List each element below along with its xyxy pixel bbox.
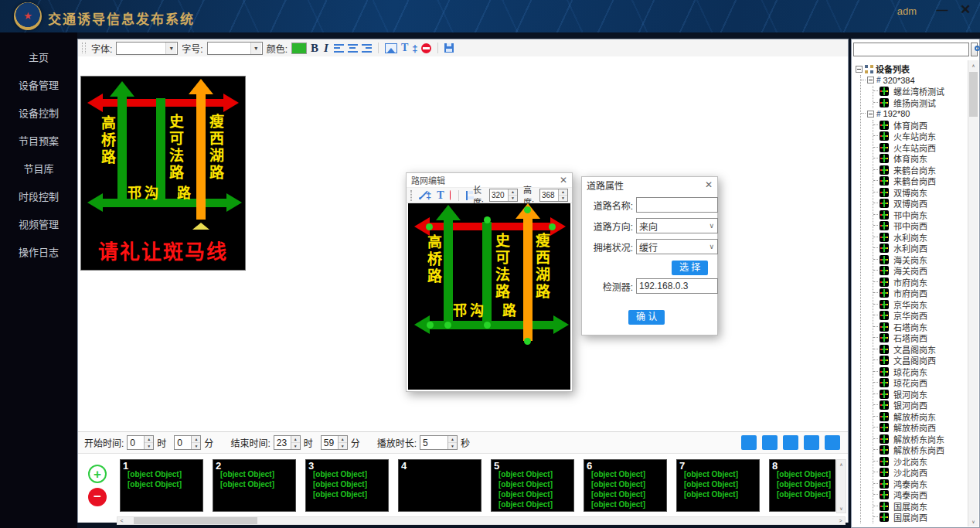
playlist-thumb[interactable]: 3 [object Object][object Object][object … — [305, 459, 389, 512]
insert-text-button[interactable]: T — [401, 42, 408, 54]
control-point[interactable] — [484, 216, 491, 223]
height-value[interactable]: 368 — [540, 189, 558, 201]
tree-device-item[interactable]: 文昌阁岗西 — [873, 355, 967, 366]
scrollbar-track[interactable] — [968, 70, 978, 516]
tree-device-item[interactable]: 来鹤台岗东 — [873, 165, 967, 176]
tree-device-item[interactable]: 双博岗西 — [873, 198, 967, 209]
control-point[interactable] — [444, 322, 451, 329]
tree-device-item[interactable]: 石塔岗东 — [873, 322, 967, 333]
length-value[interactable]: 320 — [490, 189, 508, 201]
end-hour-value[interactable]: 23 — [274, 436, 291, 449]
chevron-down-icon[interactable]: ▾ — [250, 43, 261, 54]
tree-device-item[interactable]: 双博岗东 — [873, 187, 967, 199]
action-button[interactable] — [762, 435, 778, 450]
color-swatch[interactable] — [291, 43, 307, 54]
duration-value[interactable]: 5 — [420, 436, 447, 449]
road-direction-select[interactable]: 来向 ∨ — [636, 218, 718, 233]
playlist-thumb[interactable]: 1 [object Object][object Object] — [120, 459, 203, 512]
spinner[interactable]: ▲▼ — [447, 436, 457, 449]
tree-device-item[interactable]: 银河岗东 — [873, 389, 967, 400]
start-hour-value[interactable]: 0 — [128, 436, 144, 449]
sidebar-item[interactable]: 设备控制 — [0, 98, 77, 126]
tree-device-item[interactable]: 火车站岗东 — [873, 131, 967, 142]
collapse-icon[interactable] — [867, 77, 874, 83]
bold-button[interactable]: B — [311, 42, 318, 55]
close-icon[interactable]: ✕ — [705, 179, 713, 190]
congestion-select[interactable]: 缓行 ∨ — [636, 239, 718, 254]
tree-device-item[interactable]: 琼花岗西 — [873, 377, 967, 389]
playlist-thumb[interactable]: 2 [object Object][object Object] — [213, 459, 296, 512]
tree-device-item[interactable]: 邗中岗西 — [873, 220, 967, 232]
font-size-combobox[interactable]: ▾ — [207, 42, 263, 55]
tree-device-item[interactable]: 海关岗西 — [873, 265, 967, 277]
tree-device-item[interactable]: 体育岗东 — [873, 153, 967, 165]
tree-device-item[interactable]: 解放桥岗东 — [873, 411, 967, 423]
font-combobox[interactable]: ▾ — [116, 42, 178, 55]
tree-device-item[interactable]: 维扬岗测试 — [873, 97, 967, 109]
road-network-button[interactable]: ‡ — [412, 43, 417, 54]
tree-device-item[interactable]: 国展岗西 — [873, 512, 967, 523]
start-hour-stepper[interactable]: 0 ▲▼ — [127, 435, 154, 450]
end-hour-stepper[interactable]: 23 ▲▼ — [274, 435, 301, 450]
control-point[interactable] — [524, 206, 531, 213]
tree-device-item[interactable]: 水利岗西 — [873, 243, 967, 254]
delete-button[interactable] — [450, 190, 451, 200]
control-point[interactable] — [484, 322, 491, 329]
user-name[interactable]: adm — [897, 5, 917, 17]
tree-device-item[interactable]: 体育岗西 — [873, 120, 967, 131]
action-button[interactable] — [741, 435, 757, 450]
scroll-up-icon[interactable]: ∧ — [837, 460, 846, 468]
text-tool-button[interactable]: T — [437, 189, 444, 202]
tree-device-item[interactable]: 文昌阁岗东 — [873, 344, 967, 356]
playlist-thumb[interactable]: 6 [object Object][object Object][object … — [584, 459, 667, 512]
scrollbar-track[interactable] — [837, 468, 846, 504]
tree-group-row[interactable]: # 192*80 — [861, 108, 967, 120]
select-detector-button[interactable]: 选 择 — [672, 261, 708, 275]
align-center-button[interactable] — [348, 43, 358, 53]
scrollbar-thumb[interactable] — [134, 517, 257, 524]
confirm-button[interactable]: 确 认 — [628, 310, 665, 325]
sidebar-item[interactable]: 节目预案 — [0, 126, 77, 154]
tree-device-item[interactable]: 来鹤台岗西 — [873, 175, 967, 187]
collapse-icon[interactable] — [856, 66, 863, 73]
spinner[interactable]: ▲▼ — [508, 189, 517, 201]
close-button[interactable]: ✕ — [957, 2, 974, 19]
spinner[interactable]: ▲▼ — [144, 436, 153, 449]
control-point[interactable] — [549, 223, 556, 230]
tree-device-item[interactable]: 解放桥岗西 — [873, 422, 967, 434]
scroll-up-icon[interactable]: ∧ — [968, 60, 978, 70]
tree-scrollbar[interactable]: ∧ ∨ — [968, 60, 978, 526]
tree-device-item[interactable]: 海关岗东 — [873, 254, 967, 266]
control-point[interactable] — [426, 223, 433, 230]
tree-device-item[interactable]: 鸿泰岗西 — [873, 489, 967, 501]
tree-device-item[interactable]: 京华岗西 — [873, 310, 967, 322]
scroll-down-icon[interactable]: ∨ — [968, 516, 978, 526]
sidebar-item[interactable]: 节目库 — [0, 154, 77, 182]
save-button[interactable] — [466, 191, 468, 200]
road-network-canvas[interactable]: 高桥路 史可法路 瘦西湖路 邗沟 路 — [408, 203, 570, 390]
spinner[interactable]: ▲▼ — [191, 436, 200, 449]
chevron-down-icon[interactable]: ▾ — [165, 43, 176, 54]
playlist-thumb[interactable]: 7 [object Object][object Object][object … — [676, 459, 760, 512]
editor-canvas[interactable]: 高桥路 史可法路 瘦西湖路 邗沟 路 请礼让斑马线 路网编辑 ✕ ‡ T — [78, 56, 848, 431]
height-stepper[interactable]: 368 ▲▼ — [539, 189, 568, 202]
spinner[interactable]: ▲▼ — [338, 436, 347, 449]
spinner[interactable]: ▲▼ — [558, 189, 567, 201]
draw-line-button[interactable] — [419, 190, 420, 200]
tree-device-item[interactable]: 沙北岗西 — [873, 467, 967, 479]
tree-device-item[interactable]: 水利岗东 — [873, 232, 967, 244]
save-button[interactable] — [444, 43, 454, 53]
action-button[interactable] — [783, 435, 798, 450]
tree-device-item[interactable]: 市府岗西 — [873, 288, 967, 299]
control-point[interactable] — [427, 322, 434, 329]
tree-device-item[interactable]: 琼花岗东 — [873, 366, 967, 378]
dialog-titlebar[interactable]: 道路属性 ✕ — [582, 177, 717, 192]
tree-device-item[interactable]: 市府岗东 — [873, 277, 967, 288]
tree-device-item[interactable]: 沙北岗东 — [873, 456, 967, 468]
align-right-button[interactable] — [362, 43, 372, 53]
scroll-down-icon[interactable]: ∨ — [837, 504, 846, 513]
scrollbar-thumb[interactable] — [969, 72, 978, 117]
close-icon[interactable]: ✕ — [560, 175, 567, 186]
remove-program-button[interactable]: − — [88, 488, 107, 506]
delete-button[interactable] — [421, 43, 431, 53]
